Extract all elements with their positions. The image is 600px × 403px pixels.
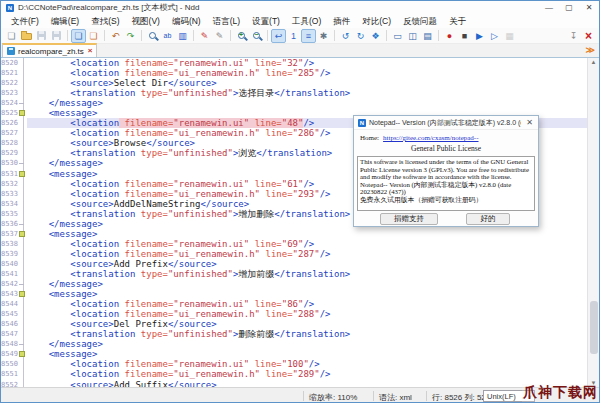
- code-line-text[interactable]: <location filename="renamewin.ui" line="…: [27, 299, 599, 309]
- fold-margin[interactable]: [18, 169, 27, 179]
- code-line-text[interactable]: <source>Add Suffix</source>: [27, 380, 599, 388]
- undo-icon[interactable]: ↶: [108, 29, 123, 43]
- zoom-in-icon[interactable]: [234, 29, 249, 43]
- menu-item-4[interactable]: 编码(N): [166, 14, 207, 28]
- fold-collapse-icon[interactable]: [19, 351, 25, 357]
- menu-item-6[interactable]: 设置(T): [246, 14, 286, 28]
- record-macro-icon[interactable]: ●: [442, 29, 457, 43]
- code-line-text[interactable]: <translation type="unfinished">增加前缀</tra…: [27, 269, 599, 279]
- code-line-text[interactable]: <location filename="ui_renamewin.h" line…: [27, 309, 599, 319]
- fold-margin[interactable]: [18, 299, 27, 309]
- fold-margin[interactable]: [18, 158, 27, 168]
- close-window-red-icon[interactable]: ×: [581, 29, 596, 43]
- maximize-button[interactable]: ▢: [559, 1, 579, 14]
- code-line-text[interactable]: <translation type="unfinished">删除前缀</tra…: [27, 329, 599, 339]
- history-back-icon[interactable]: ↺: [338, 29, 353, 43]
- fold-margin[interactable]: [18, 219, 27, 229]
- play-macro-icon[interactable]: ▶: [472, 29, 487, 43]
- history-forward-icon[interactable]: ↻: [353, 29, 368, 43]
- stop-macro-icon[interactable]: ■: [457, 29, 472, 43]
- show-all-chars-icon[interactable]: 1: [286, 29, 301, 43]
- fold-margin[interactable]: [18, 108, 27, 118]
- save-icon[interactable]: [34, 29, 49, 43]
- menu-item-10[interactable]: 反馈问题: [397, 14, 443, 28]
- fold-margin[interactable]: [18, 78, 27, 88]
- fold-margin[interactable]: [18, 359, 27, 369]
- fold-margin[interactable]: [18, 309, 27, 319]
- close-all-icon[interactable]: ❏: [86, 29, 101, 43]
- code-line-text[interactable]: <translation type="unfinished">选择目录</tra…: [27, 88, 599, 98]
- code-line-text[interactable]: <location filename="ui_renamewin.h" line…: [27, 68, 599, 78]
- find-icon[interactable]: [145, 29, 160, 43]
- code-line-text[interactable]: <message>: [27, 349, 599, 359]
- code-line-text[interactable]: <location filename="renamewin.ui" line="…: [27, 359, 599, 369]
- code-line-text[interactable]: <source>Add Prefix</source>: [27, 259, 599, 269]
- fold-margin[interactable]: [18, 349, 27, 359]
- fold-margin[interactable]: [18, 319, 27, 329]
- new-file-icon[interactable]: ❏: [4, 29, 19, 43]
- fold-margin[interactable]: [18, 289, 27, 299]
- highlight-pen-red-icon[interactable]: ✎: [197, 29, 212, 43]
- tab-overflow-chevron-icon[interactable]: ≫: [586, 43, 599, 57]
- menu-item-0[interactable]: 文件(F): [5, 14, 45, 28]
- fold-collapse-icon[interactable]: [19, 171, 25, 177]
- fold-margin[interactable]: [18, 189, 27, 199]
- indent-guide-icon[interactable]: ≡: [301, 29, 316, 43]
- tab-realcompare[interactable]: realcompare_zh.ts ×: [2, 43, 97, 57]
- save-macro-icon[interactable]: ▦: [502, 29, 517, 43]
- code-line-text[interactable]: <message>: [27, 229, 599, 239]
- close-file-icon[interactable]: ❏: [71, 29, 86, 43]
- monitor-icon[interactable]: ▭: [390, 29, 405, 43]
- code-line-text[interactable]: <source>Del Prefix</source>: [27, 319, 599, 329]
- fold-margin[interactable]: [18, 98, 27, 108]
- code-line-text[interactable]: <location filename="ui_renamewin.h" line…: [27, 249, 599, 259]
- save-all-icon[interactable]: [49, 29, 64, 43]
- code-line-text[interactable]: <location filename="ui_renamewin.h" line…: [27, 369, 599, 379]
- fold-margin[interactable]: [18, 209, 27, 219]
- zoom-out-icon[interactable]: [249, 29, 264, 43]
- code-line-text[interactable]: <message>: [27, 289, 599, 299]
- code-line-text[interactable]: </message>: [27, 339, 599, 349]
- presentation-icon[interactable]: ▤: [420, 29, 435, 43]
- plugin-share-icon[interactable]: ❖: [368, 29, 383, 43]
- redo-icon[interactable]: ↷: [123, 29, 138, 43]
- word-wrap-icon[interactable]: ↩: [271, 29, 286, 43]
- fold-margin[interactable]: [18, 229, 27, 239]
- homepage-link[interactable]: https://gitee.com/cxasm/notepad--: [383, 134, 478, 142]
- menu-item-11[interactable]: 关于: [443, 14, 472, 28]
- menu-item-5[interactable]: 语言(L): [207, 14, 246, 28]
- menu-item-3[interactable]: 视图(V): [126, 14, 166, 28]
- fold-margin[interactable]: [18, 369, 27, 379]
- fold-margin[interactable]: [18, 279, 27, 289]
- vertical-scrollbar[interactable]: ▲ ▼: [587, 58, 599, 387]
- scroll-up-arrow-icon[interactable]: ▲: [588, 59, 599, 65]
- fold-margin[interactable]: [18, 339, 27, 349]
- fold-margin[interactable]: [18, 58, 27, 68]
- menu-item-1[interactable]: 编辑(E): [45, 14, 85, 28]
- menu-item-2[interactable]: 查找(S): [85, 14, 125, 28]
- fold-margin[interactable]: [18, 138, 27, 148]
- fold-margin[interactable]: [18, 329, 27, 339]
- pin-icon[interactable]: ↧: [566, 29, 581, 43]
- fold-margin[interactable]: [18, 179, 27, 189]
- menu-item-7[interactable]: 工具(O): [286, 14, 327, 28]
- close-window-button[interactable]: ✕: [579, 1, 599, 14]
- settings-gear-icon[interactable]: ✱: [316, 29, 331, 43]
- split-view-icon[interactable]: ◫: [405, 29, 420, 43]
- fold-collapse-icon[interactable]: [19, 231, 25, 237]
- fold-margin[interactable]: [18, 380, 27, 388]
- fold-margin[interactable]: [18, 118, 27, 128]
- ok-button[interactable]: 好的: [466, 213, 510, 225]
- fold-margin[interactable]: [18, 199, 27, 209]
- menu-item-8[interactable]: 插件: [327, 14, 356, 28]
- fold-margin[interactable]: [18, 128, 27, 138]
- dialog-close-icon[interactable]: ✕: [521, 118, 538, 127]
- code-line-text[interactable]: <location filename="renamewin.ui" line="…: [27, 58, 599, 68]
- code-line-text[interactable]: <source>Select Dir</source>: [27, 78, 599, 88]
- code-line-text[interactable]: </message>: [27, 279, 599, 289]
- fold-margin[interactable]: [18, 68, 27, 78]
- minimize-button[interactable]: —: [539, 1, 559, 14]
- fold-margin[interactable]: [18, 88, 27, 98]
- code-line-text[interactable]: </message>: [27, 98, 599, 108]
- mark-icon[interactable]: ▥: [175, 29, 190, 43]
